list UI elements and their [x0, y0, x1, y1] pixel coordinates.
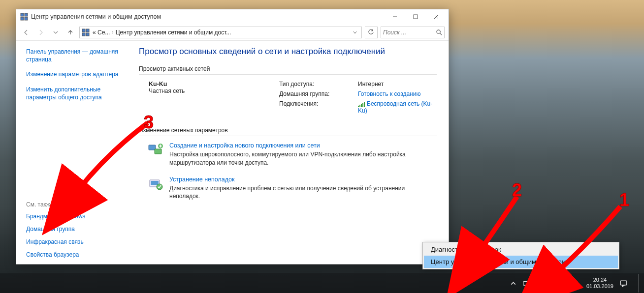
new-connection-desc: Настройка широкополосного, коммутируемог… [169, 150, 437, 167]
breadcrumb-part[interactable]: Центр управления сетями и общим дост... [116, 29, 231, 36]
tray-time: 20:24 [586, 277, 613, 283]
svg-rect-28 [620, 281, 627, 285]
svg-rect-26 [530, 282, 531, 284]
sidebar-link-infrared[interactable]: Инфракрасная связь [26, 238, 124, 245]
tray-date: 01.03.2019 [586, 283, 613, 290]
search-icon [436, 29, 442, 37]
action-center-icon[interactable] [619, 279, 627, 287]
taskbar: РУС 20:24 01.03.2019 [0, 273, 644, 293]
annotation-number-3: 3 [144, 112, 154, 133]
sidebar-link-sharing-settings[interactable]: Изменить дополнительные параметры общего… [26, 86, 124, 101]
system-tray: РУС 20:24 01.03.2019 [510, 274, 642, 293]
nav-recent-button[interactable] [50, 27, 62, 38]
sidebar: Панель управления — домашняя страница Из… [16, 41, 132, 264]
svg-rect-5 [414, 15, 418, 19]
network-type: Частная сеть [139, 88, 274, 94]
svg-rect-17 [362, 103, 363, 107]
tray-overflow-icon[interactable] [510, 279, 517, 287]
troubleshoot-link[interactable]: Устранение неполадок [169, 176, 234, 183]
svg-line-13 [440, 33, 442, 35]
menu-item-network-center[interactable]: Центр управления сетями и общим доступом [424, 256, 618, 268]
nav-back-button[interactable] [20, 27, 32, 38]
troubleshoot-icon [148, 176, 163, 192]
minimize-button[interactable] [385, 10, 405, 24]
connection-link[interactable]: Беспроводная сеть (Ku-Ku) [358, 100, 432, 114]
refresh-button[interactable] [365, 27, 378, 38]
chevron-right-icon: › [112, 29, 113, 35]
homegroup-link[interactable]: Готовность к созданию [358, 90, 420, 97]
troubleshoot-desc: Диагностика и исправление проблем с сеть… [169, 184, 437, 201]
titlebar: Центр управления сетями и общим доступом [16, 9, 449, 24]
separator [139, 136, 437, 136]
svg-rect-8 [82, 29, 85, 32]
sidebar-link-firewall[interactable]: Брандмауэр Windows [26, 213, 124, 220]
svg-rect-23 [151, 181, 159, 185]
annotation-number-1: 1 [619, 190, 629, 210]
network-center-window: Центр управления сетями и общим доступом… [16, 9, 449, 264]
tray-clock[interactable]: 20:24 01.03.2019 [586, 277, 613, 289]
address-bar: « Се... › Центр управления сетями и общи… [16, 24, 449, 41]
change-network-settings-label: Изменение сетевых параметров [139, 127, 437, 134]
sidebar-link-adapter-settings[interactable]: Изменение параметров адаптера [26, 70, 124, 78]
page-heading: Просмотр основных сведений о сети и наст… [139, 47, 437, 57]
breadcrumb-icon [82, 29, 90, 36]
access-type-value: Интернет [358, 81, 437, 88]
svg-rect-3 [25, 17, 28, 20]
svg-point-27 [541, 285, 542, 286]
sidebar-link-control-panel-home[interactable]: Панель управления — домашняя страница [26, 48, 124, 63]
task-new-connection: Создание и настройка нового подключения … [139, 142, 437, 167]
svg-rect-9 [86, 29, 89, 32]
nav-forward-button[interactable] [35, 27, 47, 38]
access-type-label: Тип доступа: [279, 81, 353, 88]
search-box[interactable] [381, 27, 445, 38]
see-also-label: См. также [26, 201, 124, 208]
task-troubleshoot: Устранение неполадок Диагностика и испра… [139, 176, 437, 201]
network-center-icon [20, 13, 28, 21]
close-button[interactable] [426, 10, 447, 24]
breadcrumb[interactable]: « Се... › Центр управления сетями и общи… [79, 27, 362, 38]
active-network-panel: Ku-Ku Частная сеть Тип доступа: Интернет… [139, 81, 437, 114]
svg-rect-11 [86, 33, 89, 36]
svg-rect-0 [21, 13, 24, 16]
svg-point-12 [437, 29, 440, 33]
network-name: Ku-Ku [139, 81, 274, 88]
annotation-number-2: 2 [512, 180, 522, 201]
sidebar-link-homegroup[interactable]: Домашняя группа [26, 226, 124, 233]
input-language-indicator[interactable]: РУС [565, 280, 577, 287]
svg-rect-10 [82, 33, 85, 36]
show-desktop-button[interactable] [638, 274, 642, 293]
connections-label: Подключения: [279, 100, 353, 107]
svg-rect-16 [361, 104, 362, 107]
svg-rect-1 [25, 13, 28, 16]
search-input[interactable] [383, 29, 442, 36]
active-networks-label: Просмотр активных сетей [139, 65, 437, 72]
main-content: Просмотр основных сведений о сети и наст… [132, 41, 449, 264]
svg-rect-18 [364, 102, 365, 107]
svg-rect-25 [523, 281, 529, 285]
volume-icon[interactable] [551, 279, 559, 287]
nav-up-button[interactable] [64, 27, 76, 38]
breadcrumb-part[interactable]: « Се... [93, 29, 110, 36]
menu-item-diagnose[interactable]: Диагностика неполадок [424, 243, 618, 256]
svg-rect-20 [155, 149, 161, 154]
maximize-button[interactable] [405, 10, 426, 24]
wifi-signal-icon [358, 102, 365, 107]
separator [139, 74, 437, 75]
address-dropdown-button[interactable] [351, 30, 359, 35]
window-title: Центр управления сетями и общим доступом [31, 13, 385, 20]
new-connection-link[interactable]: Создание и настройка нового подключения … [169, 142, 320, 149]
battery-icon[interactable] [523, 279, 531, 287]
homegroup-label: Домашняя группа: [279, 90, 353, 97]
new-connection-icon [148, 142, 163, 158]
wifi-tray-icon[interactable] [537, 279, 545, 287]
network-tray-context-menu: Диагностика неполадок Центр управления с… [422, 242, 619, 269]
sidebar-link-browser-properties[interactable]: Свойства браузера [26, 251, 124, 258]
svg-rect-2 [21, 17, 24, 20]
